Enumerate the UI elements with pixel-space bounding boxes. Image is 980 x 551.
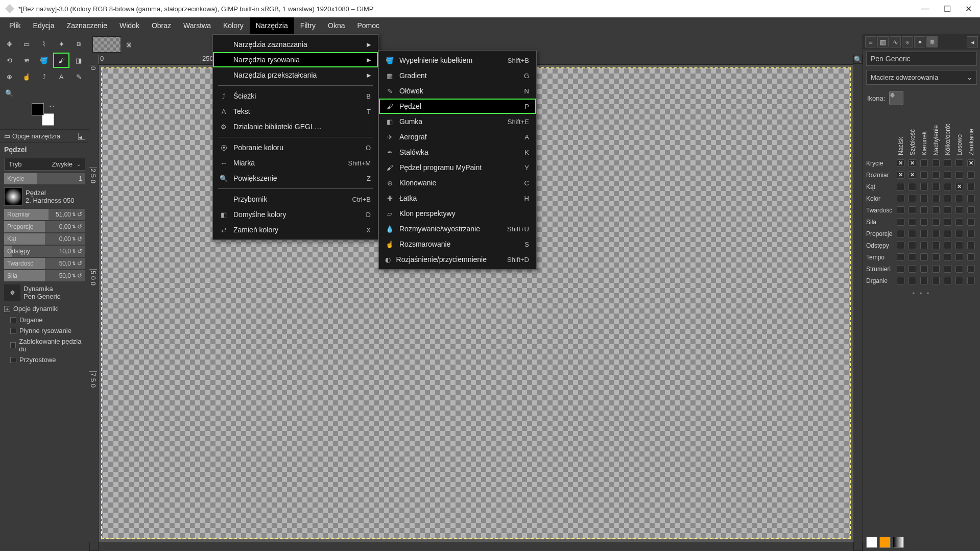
matrix-checkbox[interactable] xyxy=(906,229,918,239)
dock-tab-1[interactable]: ≡ xyxy=(865,36,876,47)
matrix-checkbox[interactable] xyxy=(918,182,930,192)
incremental-checkbox[interactable]: Przyrostowe xyxy=(0,354,89,365)
menu-filtry[interactable]: Filtry xyxy=(294,17,322,34)
matrix-checkbox[interactable] xyxy=(895,194,906,204)
menu-item[interactable]: 🪣Wypełnienie kubełkiemShift+B xyxy=(379,53,536,68)
lasso-tool[interactable]: ⌇ xyxy=(36,36,52,52)
matrix-checkbox[interactable] xyxy=(930,264,942,274)
menu-narzędzia[interactable]: Narzędzia xyxy=(250,17,294,34)
ratio-slider[interactable]: Proporcje0,00 ⇅ ↺ xyxy=(4,221,85,232)
menu-item[interactable]: ▱Klon perspektywy xyxy=(379,206,536,221)
matrix-checkbox[interactable] xyxy=(965,205,977,215)
swatch-white[interactable] xyxy=(866,537,877,548)
matrix-checkbox[interactable] xyxy=(965,194,977,204)
move-tool[interactable]: ✥ xyxy=(1,36,17,52)
menu-item[interactable]: Narzędzia zaznaczania▶ xyxy=(213,37,378,52)
jitter-checkbox[interactable]: Drganie xyxy=(0,315,89,325)
menu-item[interactable]: ↔MiarkaShift+M xyxy=(213,155,378,171)
matrix-checkbox[interactable] xyxy=(895,229,906,239)
minimize-button[interactable]: — xyxy=(921,4,929,14)
matrix-checkbox[interactable] xyxy=(918,205,930,215)
matrix-checkbox[interactable] xyxy=(918,170,930,180)
menu-item[interactable]: ✈AerografA xyxy=(379,129,536,145)
fuzzy-select-tool[interactable]: ✦ xyxy=(53,36,69,52)
image-tab-close[interactable]: ⊠ xyxy=(124,40,133,49)
menu-pomoc[interactable]: Pomoc xyxy=(351,17,386,34)
matrix-checkbox[interactable] xyxy=(895,182,906,192)
image-tab[interactable] xyxy=(92,36,121,53)
matrix-checkbox[interactable] xyxy=(895,252,906,262)
matrix-checkbox[interactable] xyxy=(918,264,930,274)
paintbrush-tool[interactable]: 🖌 xyxy=(53,53,69,68)
dynamics-row[interactable]: ✵ Dynamika Pen Generic xyxy=(0,282,89,303)
matrix-checkbox[interactable] xyxy=(942,229,953,239)
matrix-checkbox[interactable] xyxy=(965,217,977,227)
matrix-checkbox[interactable] xyxy=(953,241,965,251)
matrix-checkbox[interactable] xyxy=(930,217,942,227)
menu-item[interactable]: ⤴ŚcieżkiB xyxy=(213,88,378,104)
matrix-checkbox[interactable] xyxy=(942,276,953,286)
menu-widok[interactable]: Widok xyxy=(113,17,146,34)
dock-tab-6[interactable]: ✵ xyxy=(926,36,938,47)
text-tool[interactable]: A xyxy=(53,69,69,84)
clone-tool[interactable]: ⊕ xyxy=(1,69,17,84)
matrix-checkbox[interactable] xyxy=(918,241,930,251)
matrix-checkbox[interactable] xyxy=(918,229,930,239)
matrix-checkbox[interactable] xyxy=(906,241,918,251)
matrix-checkbox[interactable] xyxy=(953,264,965,274)
dynamics-name-input[interactable]: Pen Generic xyxy=(866,52,977,66)
force-slider[interactable]: Siła50,0 ⇅ ↺ xyxy=(4,270,85,281)
matrix-checkbox[interactable] xyxy=(942,241,953,251)
swatch-gradient[interactable] xyxy=(893,537,904,548)
matrix-checkbox[interactable] xyxy=(930,182,942,192)
menu-okna[interactable]: Okna xyxy=(322,17,351,34)
matrix-checkbox[interactable] xyxy=(942,264,953,274)
matrix-checkbox[interactable] xyxy=(930,158,942,169)
menu-warstwa[interactable]: Warstwa xyxy=(177,17,217,34)
mapping-dropdown[interactable]: Macierz odwzorowania ⌄ xyxy=(866,70,977,85)
menu-kolory[interactable]: Kolory xyxy=(217,17,250,34)
path-tool[interactable]: ⤴ xyxy=(36,69,52,84)
brush-selector[interactable]: Pędzel 2. Hardness 050 xyxy=(0,185,89,208)
menu-item[interactable]: 💧Rozmywanie/wyostrzanieShift+U xyxy=(379,221,536,236)
matrix-checkbox[interactable] xyxy=(895,205,906,215)
matrix-checkbox[interactable] xyxy=(965,170,977,180)
menu-item[interactable]: ATekstT xyxy=(213,104,378,119)
dock-tab-3[interactable]: ∿ xyxy=(890,36,901,47)
matrix-checkbox[interactable] xyxy=(895,217,906,227)
matrix-checkbox[interactable] xyxy=(953,217,965,227)
menu-item[interactable]: Narzędzia przekształcania▶ xyxy=(213,67,378,83)
matrix-checkbox[interactable] xyxy=(953,194,965,204)
matrix-checkbox[interactable] xyxy=(965,264,977,274)
matrix-checkbox[interactable] xyxy=(906,264,918,274)
crop-tool[interactable]: ⧈ xyxy=(70,36,87,52)
mode-dropdown[interactable]: Tryb Zwykłe ⌄ xyxy=(4,158,85,171)
menu-item[interactable]: ✎OłówekN xyxy=(379,83,536,99)
spacing-slider[interactable]: Odstępy10,0 ⇅ ↺ xyxy=(4,246,85,257)
picker-tool[interactable]: ✎ xyxy=(70,69,87,84)
menu-item[interactable]: ▦GradientG xyxy=(379,68,536,83)
matrix-checkbox[interactable] xyxy=(930,241,942,251)
matrix-checkbox[interactable] xyxy=(965,276,977,286)
menu-item[interactable]: PrzybornikCtrl+B xyxy=(213,191,378,207)
menu-item[interactable]: ◧GumkaShift+E xyxy=(379,114,536,129)
lock-checkbox[interactable]: Zablokowanie pędzla do xyxy=(0,336,89,354)
matrix-checkbox[interactable]: ✕ xyxy=(906,158,918,169)
color-swatch[interactable]: ⤺ xyxy=(32,103,54,126)
maximize-button[interactable]: ☐ xyxy=(944,4,951,14)
dock-tab-2[interactable]: ▥ xyxy=(877,36,889,47)
swatch-orange[interactable] xyxy=(879,537,891,548)
menu-item[interactable]: ⦿Pobranie koloruO xyxy=(213,140,378,155)
matrix-checkbox[interactable] xyxy=(953,229,965,239)
matrix-checkbox[interactable] xyxy=(906,276,918,286)
close-button[interactable]: ✕ xyxy=(965,4,972,14)
menu-zaznaczenie[interactable]: Zaznaczenie xyxy=(61,17,113,34)
menu-item[interactable]: Narzędzia rysowania▶ xyxy=(213,52,378,67)
matrix-checkbox[interactable] xyxy=(942,217,953,227)
matrix-checkbox[interactable] xyxy=(918,276,930,286)
matrix-checkbox[interactable]: ✕ xyxy=(953,182,965,192)
smooth-checkbox[interactable]: Płynne rysowanie xyxy=(0,325,89,336)
fg-color[interactable] xyxy=(32,103,44,115)
dock-tab-5[interactable]: ✦ xyxy=(914,36,925,47)
menu-plik[interactable]: Plik xyxy=(3,17,27,34)
